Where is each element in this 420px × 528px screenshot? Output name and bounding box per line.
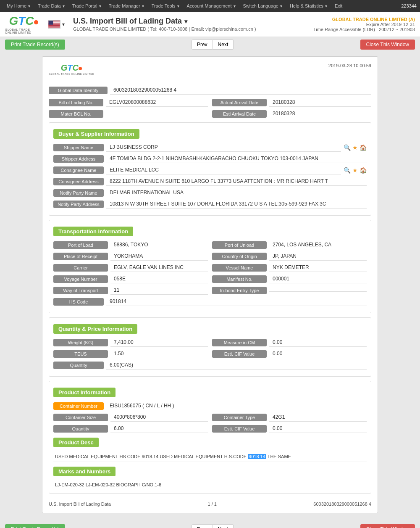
shipper-home-icon[interactable]: 🏠 bbox=[360, 144, 367, 151]
weight-kg-value: 7,410.00 bbox=[110, 338, 208, 347]
logo-g: G bbox=[9, 14, 18, 28]
consignee-name-label: Consignee Name bbox=[53, 166, 104, 174]
us-flag-icon bbox=[48, 20, 60, 29]
consignee-address-value: 8222 118TH AVENUE N SUITE 610 LARGO FL 3… bbox=[106, 177, 367, 186]
record-header: G T C GLOBAL TRADE ONLINE LIMITED 2019-0… bbox=[49, 63, 371, 79]
bol-no-value: EGLV020800088632 bbox=[106, 98, 208, 107]
notify-party-address-row: Notify Party Address 10813 N W 30TH STRE… bbox=[53, 200, 367, 209]
measure-cm-label: Measure in CM bbox=[212, 339, 267, 346]
shipper-search-icon[interactable]: 🔍 bbox=[344, 144, 351, 151]
product-desc-header: Product Desc bbox=[53, 438, 99, 447]
measure-cm-value: 0.00 bbox=[269, 338, 367, 347]
voyage-manifest-row: Voyage Number 058E Manifest No. 000001 bbox=[53, 275, 367, 283]
actual-arrival-field: Actual Arrival Date 20180328 bbox=[212, 98, 371, 107]
consignee-name-value: ELITE MEDICAL LCC bbox=[106, 166, 341, 174]
rec-logo-t: T bbox=[67, 63, 72, 73]
nav-account-management[interactable]: Account Management ▾ bbox=[184, 2, 239, 10]
nav-trade-manager[interactable]: Trade Manager ▾ bbox=[105, 2, 147, 10]
shipper-star-icon[interactable]: ★ bbox=[352, 144, 358, 151]
consignee-search-icon[interactable]: 🔍 bbox=[344, 167, 351, 174]
bol-no-label: Bill of Lading No. bbox=[49, 99, 103, 106]
product-desc-text: USED MEDICAL EQUIPMENT HS CODE 9018.14 U… bbox=[53, 451, 367, 462]
record-timestamp: 2019-03-28 10:00:59 bbox=[328, 63, 371, 68]
esti-arrival-label: Esti Arrival Date bbox=[212, 110, 267, 118]
shipper-address-value: 4F TOMIDA BLDG 2-2-1 NIHOMBASHI-KAKIGARA… bbox=[106, 154, 367, 163]
record-card: G T C GLOBAL TRADE ONLINE LIMITED 2019-0… bbox=[42, 56, 378, 513]
weight-measure-row: Weight (KG) 7,410.00 Measure in CM 0.00 bbox=[53, 338, 367, 347]
company-name: GLOBAL TRADE ONLINE LIMITED (A) bbox=[313, 17, 415, 22]
global-data-identity-row: Global Data Identity 6003201803290000512… bbox=[49, 86, 371, 95]
mater-bol-field: Mater BOL No. bbox=[49, 109, 208, 118]
container-number-value: EISU1856075 ( CN / L / HH ) bbox=[106, 401, 367, 410]
svg-rect-10 bbox=[49, 26, 60, 26]
svg-rect-12 bbox=[49, 27, 60, 28]
logo-c: C bbox=[25, 14, 34, 28]
measure-cm-field: Measure in CM 0.00 bbox=[212, 338, 367, 347]
product-section: Product Information Container Number EIS… bbox=[49, 381, 371, 494]
prev-button-top[interactable]: Prev bbox=[192, 40, 213, 50]
qty-label: Quantity bbox=[53, 362, 104, 369]
mater-bol-value bbox=[106, 112, 208, 115]
marks-numbers-header: Marks and Numbers bbox=[53, 467, 116, 476]
consignee-star-icon[interactable]: ★ bbox=[352, 167, 358, 174]
nav-help-statistics[interactable]: Help & Statistics ▾ bbox=[286, 2, 331, 10]
nav-trade-data[interactable]: Trade Data ▾ bbox=[34, 2, 68, 10]
port-load-label: Port of Load bbox=[53, 241, 108, 249]
record-footer: U.S. Import Bill of Lading Data 1 / 1 60… bbox=[49, 498, 371, 507]
inbond-label: In-bond Entry Type bbox=[212, 287, 267, 294]
record-footer-type: U.S. Import Bill of Lading Data bbox=[49, 502, 111, 507]
nav-switch-language[interactable]: Switch Language ▾ bbox=[240, 2, 286, 10]
svg-rect-9 bbox=[49, 26, 60, 26]
mater-bol-row: Mater BOL No. Esti Arrival Date 20180328 bbox=[49, 109, 371, 118]
close-button-top[interactable]: Close This Window bbox=[360, 40, 415, 50]
logo-area: G T C GLOBAL TRADE ONLINE LIMITED bbox=[5, 14, 43, 34]
container-number-row: Container Number EISU1856075 ( CN / L / … bbox=[53, 401, 367, 410]
nav-my-home[interactable]: My Home ▾ bbox=[3, 2, 34, 10]
svg-rect-7 bbox=[49, 24, 60, 25]
close-button-bottom[interactable]: Close This Window bbox=[360, 524, 415, 528]
svg-rect-13 bbox=[49, 21, 53, 25]
shipper-address-row: Shipper Address 4F TOMIDA BLDG 2-2-1 NIH… bbox=[53, 154, 367, 163]
weight-measure-pair: Weight (KG) 7,410.00 Measure in CM 0.00 bbox=[53, 338, 367, 347]
nav-trade-tools[interactable]: Trade Tools ▾ bbox=[148, 2, 183, 10]
global-data-identity-label: Global Data Identity bbox=[49, 87, 108, 94]
place-receipt-label: Place of Receipt bbox=[53, 253, 108, 260]
logo-circle bbox=[34, 20, 38, 24]
shipper-action-icons: 🔍 ★ 🏠 bbox=[344, 144, 367, 151]
port-load-unload-row: Port of Load 58886, TOKYO Port of Unload… bbox=[53, 240, 367, 249]
print-button-bottom[interactable]: Print Trade Record(s) bbox=[5, 524, 65, 528]
nav-exit[interactable]: Exit bbox=[331, 2, 346, 10]
notify-party-address-value: 10813 N W 30TH STREET SUITE 107 DORAL FL… bbox=[106, 200, 367, 209]
product-header: Product Information bbox=[53, 388, 116, 397]
marks-numbers-text: LJ-EM-020-32 LJ-EM-020-32 BIOGRAPH C/NO.… bbox=[53, 480, 367, 489]
product-desc-area: Product Desc USED MEDICAL EQUIPMENT HS C… bbox=[53, 436, 367, 462]
port-unload-label: Port of Unload bbox=[212, 241, 267, 249]
prev-button-bottom[interactable]: Prev bbox=[192, 524, 213, 528]
title-dropdown-arrow[interactable]: ▾ bbox=[184, 18, 187, 25]
next-button-top[interactable]: Next bbox=[213, 40, 234, 50]
port-load-value: 58886, TOKYO bbox=[110, 240, 208, 249]
qty-value: 6.00(CAS) bbox=[106, 361, 367, 370]
pagination-nav-top: Prev Next bbox=[192, 40, 234, 50]
prod-qty-field: Quantity 6.00 bbox=[53, 424, 208, 433]
header-title-area: U.S. Import Bill of Lading Data ▾ GLOBAL… bbox=[73, 17, 308, 32]
notify-party-name-value: DELMAR INTERNATIONAL USA bbox=[106, 188, 367, 197]
teus-label: TEUS bbox=[53, 350, 108, 358]
next-button-bottom[interactable]: Next bbox=[213, 524, 234, 528]
port-pair: Port of Load 58886, TOKYO Port of Unload… bbox=[53, 240, 367, 249]
prod-qty-value: 6.00 bbox=[110, 424, 208, 433]
quantity-price-header: Quantity & Price Information bbox=[53, 324, 137, 334]
rec-logo-text: GLOBAL TRADE ONLINE LIMITED bbox=[49, 73, 94, 75]
way-transport-label: Way of Transport bbox=[53, 287, 108, 294]
consignee-home-icon[interactable]: 🏠 bbox=[360, 167, 367, 174]
logo-t: T bbox=[18, 14, 25, 28]
print-button-top[interactable]: Print Trade Record(s) bbox=[5, 40, 65, 50]
transport-inbond-row: Way of Transport 11 In-bond Entry Type bbox=[53, 286, 367, 295]
nav-trade-portal[interactable]: Trade Portal ▾ bbox=[69, 2, 105, 10]
flag-selector[interactable]: ▾ bbox=[48, 20, 65, 29]
container-size-type-row: Container Size 4000*806*800 Container Ty… bbox=[53, 413, 367, 422]
esti-arrival-value: 20180328 bbox=[269, 109, 371, 118]
carrier-field: Carrier EGLV, EAGLE VAN LINES INC bbox=[53, 263, 208, 272]
buyer-supplier-section: Buyer & Supplier Information Shipper Nam… bbox=[49, 122, 371, 216]
vessel-name-value: NYK DEMETER bbox=[269, 263, 367, 272]
